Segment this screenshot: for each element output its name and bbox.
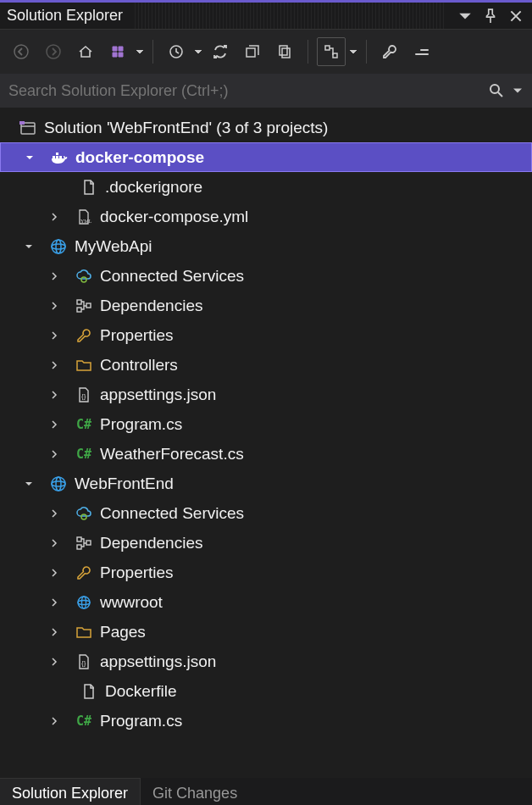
svg-rect-9 [420,49,429,51]
expander-icon[interactable] [46,624,63,641]
expander-icon[interactable] [46,535,63,552]
file-appsettings[interactable]: {} appsettings.json [0,647,532,676]
expander-icon[interactable] [20,475,37,492]
expander-icon[interactable] [46,446,63,463]
properties-button[interactable] [375,37,404,66]
view-dropdown[interactable] [349,48,357,55]
file-label: WeatherForecast.cs [100,445,244,464]
expander-icon[interactable] [46,327,63,344]
expander-icon[interactable] [46,208,63,225]
svg-rect-15 [59,156,62,158]
svg-rect-24 [86,303,91,308]
file-dockerfile[interactable]: Dockerfile [0,676,532,706]
file-program-cs[interactable]: C# Program.cs [0,706,532,736]
search-options-dropdown[interactable] [512,86,524,95]
svg-point-18 [52,240,65,253]
svg-rect-16 [56,153,58,155]
expander-icon[interactable] [20,238,37,255]
expander-icon[interactable] [46,297,63,314]
collapse-all-button[interactable] [238,37,267,66]
node-dependencies[interactable]: Dependencies [0,528,532,558]
svg-rect-3 [247,48,255,57]
node-label: Dependencies [100,534,202,552]
svg-point-0 [14,45,28,58]
view-button[interactable] [317,37,346,66]
project-label: docker-compose [75,148,204,167]
window-menu-button[interactable] [456,7,474,25]
pin-button[interactable] [481,7,500,25]
node-properties[interactable]: Properties [0,320,532,350]
file-label: appsettings.json [100,386,216,404]
file-weatherforecast-cs[interactable]: C# WeatherForecast.cs [0,439,532,469]
solution-tree[interactable]: Solution 'WebFrontEnd' (3 of 3 projects)… [0,108,532,778]
file-program-cs[interactable]: C# Program.cs [0,409,532,439]
csharp-file-icon: C# [73,443,95,465]
pending-changes-filter-button[interactable] [162,37,191,66]
file-dockerignore[interactable]: .dockerignore [0,172,532,202]
project-webfrontend[interactable]: WebFrontEnd [0,469,532,498]
search-button[interactable] [483,77,510,104]
solution-node[interactable]: Solution 'WebFrontEnd' (3 of 3 projects) [0,113,532,142]
drag-handle[interactable] [135,3,444,29]
folder-icon [73,354,95,376]
search-input[interactable] [8,82,483,100]
svg-rect-8 [415,53,429,55]
nav-forward-button[interactable] [39,37,68,66]
json-file-icon: {} [73,384,95,406]
dependencies-icon [73,532,95,554]
tab-label: Solution Explorer [12,785,128,802]
expander-icon[interactable] [46,653,63,670]
expander-icon[interactable] [21,149,38,166]
file-appsettings[interactable]: {} appsettings.json [0,380,532,409]
solution-label: Solution 'WebFrontEnd' (3 of 3 projects) [44,119,328,137]
file-docker-compose-yml[interactable]: YML docker-compose.yml [0,202,532,231]
svg-rect-14 [56,156,58,158]
project-mywebapi[interactable]: MyWebApi [0,231,532,261]
expander-icon[interactable] [46,713,63,730]
node-connected-services[interactable]: Connected Services [0,261,532,291]
expander-icon[interactable] [46,594,63,611]
svg-rect-31 [77,545,81,549]
sync-button[interactable] [206,37,235,66]
node-label: Connected Services [100,504,244,523]
docker-icon [48,147,70,169]
file-label: Program.cs [100,415,182,434]
node-connected-services[interactable]: Connected Services [0,498,532,528]
folder-controllers[interactable]: Controllers [0,350,532,380]
file-label: appsettings.json [100,652,216,671]
close-button[interactable] [507,7,525,25]
project-label: WebFrontEnd [75,475,174,493]
show-all-files-button[interactable] [270,37,299,66]
expander-icon[interactable] [46,268,63,285]
svg-rect-5 [282,48,290,58]
folder-wwwroot[interactable]: wwwroot [0,587,532,617]
node-dependencies[interactable]: Dependencies [0,291,532,320]
preview-button[interactable] [407,37,436,66]
folder-label: Controllers [100,356,178,375]
node-properties[interactable]: Properties [0,558,532,587]
svg-rect-13 [53,156,55,158]
pending-changes-dropdown[interactable] [194,48,202,55]
file-icon [78,680,100,702]
web-project-icon [47,236,69,258]
svg-rect-30 [77,537,81,541]
tab-label: Git Changes [152,785,237,802]
switch-views-button[interactable] [103,37,132,66]
tab-git-changes[interactable]: Git Changes [141,778,249,805]
expander-icon[interactable] [46,357,63,374]
project-docker-compose[interactable]: docker-compose [0,142,532,172]
file-label: Dockerfile [105,682,176,701]
home-button[interactable] [71,37,100,66]
svg-point-10 [490,85,499,93]
expander-icon[interactable] [46,505,63,522]
svg-point-27 [52,481,65,486]
switch-views-dropdown[interactable] [136,48,144,55]
wrench-icon [73,562,95,584]
expander-icon[interactable] [46,564,63,581]
nav-back-button[interactable] [7,37,36,66]
expander-icon[interactable] [46,416,63,433]
folder-pages[interactable]: Pages [0,617,532,647]
wrench-icon [73,325,95,347]
expander-icon[interactable] [46,386,63,403]
tab-solution-explorer[interactable]: Solution Explorer [0,778,141,805]
